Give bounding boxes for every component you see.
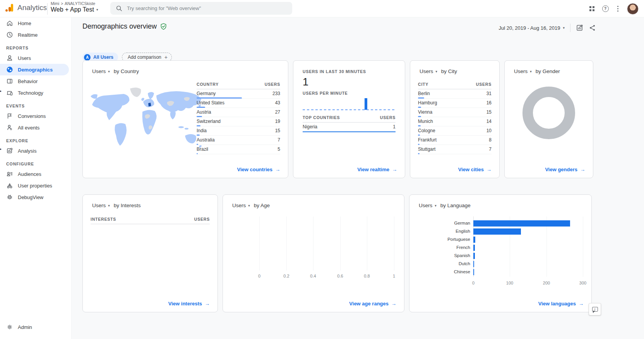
google-apps-icon[interactable] [589, 6, 594, 11]
axis-tick-label: 200 [543, 281, 550, 285]
sidebar-item-debugview[interactable]: DebugView [0, 191, 71, 203]
users-per-minute-sparkline [303, 98, 396, 110]
chevron-down-icon: ▾ [435, 204, 437, 208]
sidebar-item-label: Behavior [18, 78, 38, 84]
chevron-down-icon: ▾ [108, 204, 110, 208]
property-selector[interactable]: Web + App Test ▾ [51, 6, 98, 13]
sidebar-item-analysis[interactable]: Analysis [0, 145, 71, 157]
globe-icon [6, 66, 13, 73]
row-value: 7 [277, 137, 280, 143]
search-bar[interactable] [110, 2, 292, 15]
metric-dropdown[interactable]: Users [420, 68, 433, 74]
analytics-app: Analytics Mimi > ANALYTICSkiste Web + Ap… [0, 0, 644, 339]
segment-label: All Users [93, 55, 113, 60]
row-bar [197, 153, 198, 154]
account-breadcrumb: Mimi > ANALYTICSkiste Web + App Test ▾ [51, 1, 98, 13]
row-label: Munich [418, 119, 433, 124]
bar [473, 220, 570, 227]
arrow-right-icon: → [392, 167, 397, 172]
axis-tick-label: 0.4 [310, 274, 316, 278]
view-cities-link[interactable]: View cities→ [458, 167, 492, 172]
row-value: 16 [486, 100, 492, 106]
sidebar-expand-arrow[interactable]: ▸ [0, 148, 2, 151]
dimension-label: by Country [114, 68, 139, 74]
sidebar-item-audiences[interactable]: Audiences [0, 168, 71, 180]
metric-dropdown[interactable]: Users [514, 68, 528, 74]
gridline [259, 216, 260, 271]
table-row: India15 [197, 126, 280, 136]
app-logo[interactable]: Analytics [5, 3, 47, 12]
analytics-logo-icon [5, 3, 14, 12]
share-icon[interactable] [589, 24, 596, 31]
view-realtime-link[interactable]: View realtime→ [357, 167, 397, 172]
customize-report-icon[interactable] [576, 24, 584, 32]
view-interests-link[interactable]: View interests→ [168, 301, 210, 307]
breadcrumb-account[interactable]: Mimi [51, 1, 59, 6]
column-header: COUNTRY [197, 82, 219, 87]
sidebar-item-technology[interactable]: Technology [0, 87, 71, 99]
dimension-label: by City [441, 68, 457, 74]
card-users-by-city: Users ▾ by City CITYUSERSBerlin31Hamburg… [410, 60, 500, 178]
feedback-button[interactable]: ! [589, 303, 601, 315]
bar-category-label: Spanish [424, 253, 470, 258]
axis-tick-label: 0.6 [337, 274, 343, 278]
sidebar-item-home[interactable]: Home [0, 17, 71, 29]
metric-dropdown[interactable]: Users [92, 68, 106, 74]
arrow-right-icon: → [275, 167, 280, 172]
bar [473, 269, 474, 275]
person-icon [6, 55, 13, 61]
more-options-icon[interactable] [617, 5, 620, 13]
chevron-down-icon: ▾ [108, 70, 110, 73]
dimension-label: by Language [440, 203, 471, 208]
flag-icon [6, 112, 13, 119]
row-value: 15 [275, 128, 280, 133]
metric-dropdown[interactable]: Users [92, 203, 106, 208]
view-languages-link[interactable]: View languages→ [538, 301, 584, 307]
sidebar-item-conversions[interactable]: Conversions [0, 110, 71, 122]
sidebar-item-admin[interactable]: Admin [0, 321, 69, 333]
gridline [583, 216, 583, 277]
sidebar-item-realtime[interactable]: Realtime [0, 29, 71, 41]
table-row: Cologne10 [418, 126, 492, 136]
user-avatar[interactable] [627, 3, 639, 15]
sidebar-item-label: All events [18, 125, 39, 131]
row-label: Nigeria [303, 124, 317, 129]
search-input[interactable] [127, 5, 274, 11]
breadcrumb-property[interactable]: ANALYTICSkiste [65, 1, 95, 6]
metric-dropdown[interactable]: Users [232, 203, 246, 208]
sidebar-section-events: EVENTS [0, 99, 71, 110]
metric-dropdown[interactable]: Users [419, 203, 432, 208]
report-controls: Jul 20, 2019 - Aug 16, 2019 ▾ [498, 24, 596, 32]
bar-row: Chinese [473, 268, 583, 276]
gridline [313, 216, 313, 271]
help-icon[interactable]: ? [602, 5, 609, 12]
top-countries-table: TOP COUNTRIES USERS Nigeria 1 [303, 112, 396, 132]
view-age-ranges-link[interactable]: View age ranges→ [349, 301, 396, 307]
sidebar-item-demographics[interactable]: Demographics [0, 64, 69, 75]
sidebar-item-label: Home [18, 20, 31, 26]
sidebar-item-behavior[interactable]: Behavior [0, 75, 71, 87]
date-range-picker[interactable]: Jul 20, 2019 - Aug 16, 2019 ▾ [498, 25, 565, 31]
row-value: 15 [486, 109, 492, 115]
view-countries-link[interactable]: View countries→ [237, 167, 280, 172]
main-content: Demographics overview Jul 20, 2019 - Aug… [72, 17, 644, 339]
verified-shield-icon [160, 23, 167, 30]
sidebar-item-all-events[interactable]: All events [0, 122, 71, 133]
sidebar-expand-arrow[interactable]: ▸ [0, 90, 2, 93]
bar-category-label: Dutch [424, 261, 470, 266]
bar-category-label: French [424, 245, 470, 250]
sidebar-item-label: User properties [18, 183, 52, 189]
row-label: Berlin [418, 91, 430, 96]
chevron-down-icon: ▾ [530, 70, 532, 73]
add-comparison-label: Add comparison [128, 55, 161, 60]
axis-tick-label: 0.2 [283, 274, 289, 278]
sidebar-item-user-properties[interactable]: User properties [0, 180, 71, 191]
sidebar-item-users[interactable]: Users [0, 52, 71, 64]
plus-icon: + [164, 54, 168, 60]
column-header: TOP COUNTRIES [303, 115, 340, 120]
per-minute-label: USERS PER MINUTE [303, 91, 348, 95]
language-bar-chart: 0100200300GermanEnglishPortugueseFrenchS… [473, 216, 583, 278]
row-label: Stuttgart [418, 147, 435, 152]
table-header-row: COUNTRYUSERS [197, 79, 280, 89]
view-genders-link[interactable]: View genders→ [545, 167, 585, 172]
